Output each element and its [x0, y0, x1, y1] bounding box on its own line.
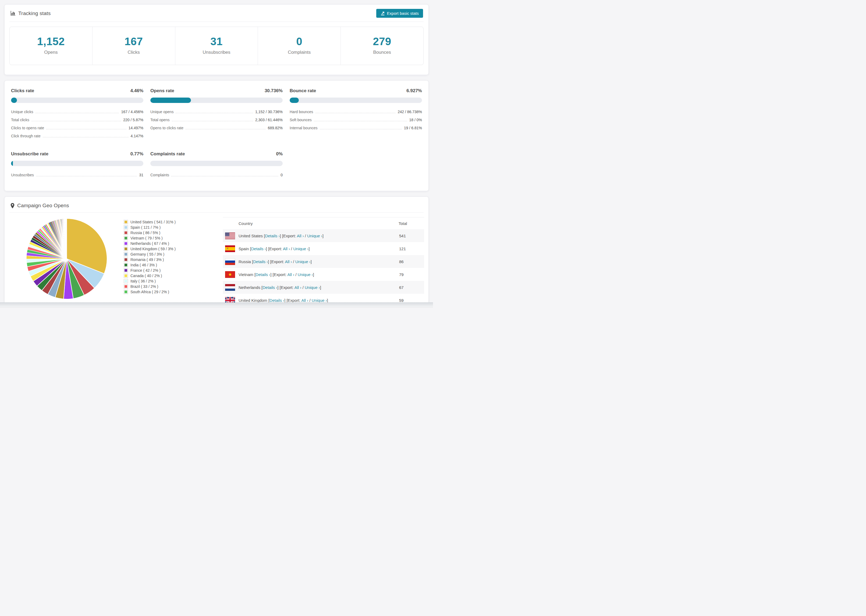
rate-panel: Clicks rate4.46%Unique clicks167 / 4.456…: [11, 88, 143, 140]
legend-item: United Kingdom ( 59 / 3% ): [124, 246, 176, 251]
export-all-link[interactable]: All ›: [301, 298, 308, 303]
rate-detail-value: 167 / 4.456%: [121, 110, 143, 114]
geo-table-header: Country Total: [223, 217, 424, 229]
viewport-bottom-fade: [0, 302, 433, 308]
legend-label: Spain ( 121 / 7% ): [131, 225, 161, 230]
export-all-link[interactable]: All ›: [297, 234, 304, 238]
rate-detail-value: 31: [139, 173, 143, 177]
stat-label: Clicks: [93, 50, 175, 55]
rate-progress-bar: [150, 97, 283, 103]
rates-row-1: Clicks rate4.46%Unique clicks167 / 4.456…: [11, 88, 422, 140]
bracket: [: [249, 247, 251, 251]
details-link[interactable]: Details ›: [255, 272, 270, 277]
legend-item: France ( 42 / 2% ): [124, 268, 176, 273]
dotted-leader: [171, 176, 279, 176]
rate-detail-row: Clicks to opens rate14.497%: [11, 124, 143, 132]
rate-title: Clicks rate: [11, 88, 34, 94]
rate-detail-label: Internal bounces: [290, 126, 318, 130]
export-all-link[interactable]: All ›: [285, 259, 292, 264]
country-cell: United Kingdom [Details ›] [Export: All …: [239, 298, 398, 303]
export-unique-link[interactable]: Unique ›: [293, 247, 309, 251]
page-title: Tracking stats: [18, 11, 50, 16]
slash-separator: /: [301, 285, 305, 290]
dotted-leader: [320, 129, 402, 129]
legend-swatch: [124, 231, 128, 235]
stat-value: 31: [175, 36, 258, 47]
rate-panel: Complaints rate0%Complaints0: [150, 151, 283, 179]
pie-slice-other: [66, 218, 67, 259]
slash-separator: /: [294, 272, 298, 277]
export-unique-link[interactable]: Unique ›: [305, 285, 320, 290]
summary-stat-unsubscribes: 31Unsubscribes: [175, 27, 258, 65]
rate-detail-label: Unique clicks: [11, 110, 33, 114]
export-unique-link[interactable]: Unique ›: [295, 259, 311, 264]
country-name: Spain: [239, 247, 249, 251]
legend-label: Germany ( 55 / 3% ): [131, 251, 164, 257]
export-basic-stats-button[interactable]: Export basic stats: [376, 9, 423, 18]
legend-item: Netherlands ( 67 / 4% ): [124, 241, 176, 246]
details-link[interactable]: Details ›: [253, 259, 268, 264]
rate-detail-value: 1,152 / 30.736%: [255, 110, 283, 114]
details-link[interactable]: Details ›: [263, 285, 277, 290]
export-prefix: ] [Export:: [280, 234, 297, 238]
summary-stats-box: 1,152Opens167Clicks31Unsubscribes0Compla…: [9, 27, 424, 65]
rate-progress-bar: [11, 97, 143, 103]
legend-item: Russia ( 86 / 5% ): [124, 230, 176, 236]
rate-title: Unsubscribe rate: [11, 151, 49, 157]
us-flag-icon: [223, 233, 239, 239]
legend-label: United States ( 541 / 31% ): [131, 219, 176, 225]
country-name: United Kingdom: [239, 298, 267, 303]
legend-item: Canada ( 40 / 2% ): [124, 273, 176, 278]
legend-swatch: [124, 236, 128, 240]
stat-value: 1,152: [10, 36, 92, 47]
rate-panel: Bounce rate6.927%Hard bounces242 / 86.73…: [290, 88, 422, 140]
legend-swatch: [124, 279, 128, 283]
country-name: Netherlands: [239, 285, 260, 290]
rate-title: Bounce rate: [290, 88, 316, 94]
legend-item: Brazil ( 33 / 2% ): [124, 284, 176, 289]
details-link[interactable]: Details ›: [251, 247, 266, 251]
details-link[interactable]: Details ›: [269, 298, 284, 303]
legend-label: United Kingdom ( 59 / 3% ): [131, 246, 176, 251]
geo-content: United States ( 541 / 31% )Spain ( 121 /…: [5, 212, 428, 308]
rate-detail-label: Total opens: [150, 118, 170, 122]
dotted-leader: [31, 121, 121, 121]
stat-label: Unsubscribes: [175, 50, 258, 55]
campaign-geo-opens-card: Campaign Geo Opens United States ( 541 /…: [4, 196, 429, 308]
rate-detail-row: Total opens2,303 / 61.446%: [150, 116, 283, 124]
export-unique-link[interactable]: Unique ›: [312, 298, 327, 303]
legend-item: India ( 46 / 3% ): [124, 262, 176, 268]
dotted-leader: [46, 129, 126, 129]
export-unique-link[interactable]: Unique ›: [298, 272, 313, 277]
rate-detail-row: Internal bounces19 / 6.81%: [290, 124, 422, 132]
legend-item: Italy ( 36 / 2% ): [124, 278, 176, 284]
legend-item: Romania ( 49 / 3% ): [124, 257, 176, 262]
table-row-nl: Netherlands [Details ›] [Export: All › /…: [223, 281, 424, 294]
bar-chart-icon: [11, 11, 16, 16]
rate-panel: Opens rate30.736%Unique opens1,152 / 30.…: [150, 88, 283, 140]
geo-pie-legend: United States ( 541 / 31% )Spain ( 121 /…: [124, 219, 176, 295]
legend-item: Germany ( 55 / 3% ): [124, 251, 176, 257]
ru-flag-icon: [223, 258, 239, 265]
legend-swatch: [124, 269, 128, 272]
country-cell: United States [Details ›] [Export: All ›…: [239, 234, 398, 238]
slash-separator: /: [292, 259, 295, 264]
rate-value: 30.736%: [265, 88, 283, 94]
export-unique-link[interactable]: Unique ›: [307, 234, 323, 238]
rate-detail-label: Opens to clicks rate: [150, 126, 183, 130]
total-cell: 59: [398, 298, 424, 303]
dotted-leader: [43, 137, 129, 137]
rate-detail-row: Soft bounces18 / 0%: [290, 116, 422, 124]
details-link[interactable]: Details ›: [265, 234, 280, 238]
bracket: [: [251, 259, 253, 264]
rates-row-2: Unsubscribe rate0.77%Unsubscribes31Compl…: [11, 151, 422, 179]
country-column-header: Country: [239, 221, 398, 226]
export-all-link[interactable]: All ›: [294, 285, 301, 290]
legend-swatch: [124, 284, 128, 288]
legend-swatch: [124, 247, 128, 251]
rate-value: 6.927%: [406, 88, 422, 94]
es-flag-icon: [223, 245, 239, 252]
table-row-vn: Vietnam [Details ›] [Export: All › / Uni…: [223, 268, 424, 281]
export-all-link[interactable]: All ›: [288, 272, 294, 277]
export-all-link[interactable]: All ›: [283, 247, 290, 251]
